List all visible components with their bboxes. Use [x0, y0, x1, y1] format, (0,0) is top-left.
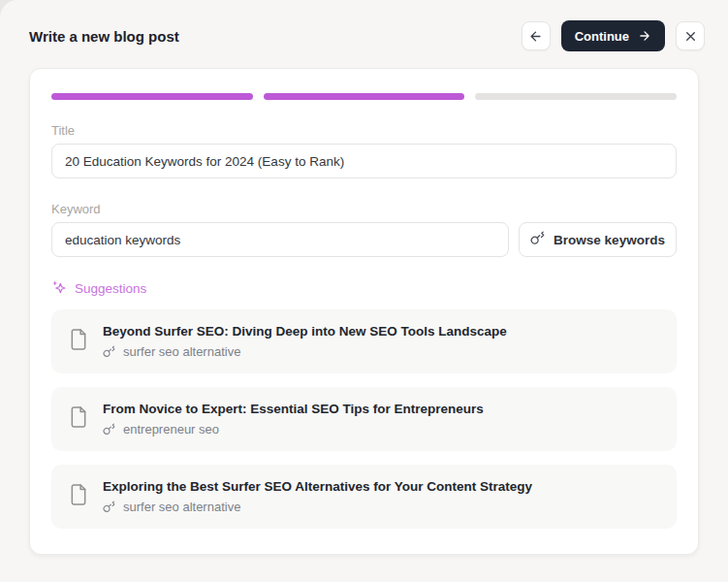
- header-actions: Continue: [522, 20, 705, 51]
- key-icon: [103, 423, 115, 436]
- key-icon: [530, 231, 545, 248]
- suggestion-item[interactable]: Exploring the Best Surfer SEO Alternativ…: [51, 465, 677, 529]
- progress-segment-2: [264, 93, 465, 100]
- title-label: Title: [51, 123, 677, 138]
- continue-button-label: Continue: [575, 29, 629, 44]
- suggestion-item[interactable]: Beyond Surfer SEO: Diving Deep into New …: [51, 309, 677, 373]
- suggestion-keyword: surfer seo alternative: [123, 344, 240, 359]
- suggestion-item[interactable]: From Novice to Expert: Essential SEO Tip…: [51, 387, 677, 451]
- close-icon: [683, 29, 698, 44]
- browse-keywords-button[interactable]: Browse keywords: [519, 222, 677, 257]
- progress-segment-3: [475, 93, 677, 100]
- page-background: Write a new blog post Continue Title Key…: [0, 0, 728, 582]
- suggestion-title: From Novice to Expert: Essential SEO Tip…: [103, 402, 484, 416]
- browse-keywords-label: Browse keywords: [554, 233, 665, 247]
- arrow-right-icon: [638, 29, 651, 43]
- suggestion-keyword: surfer seo alternative: [123, 500, 240, 514]
- blog-post-form-card: Title Keyword Browse keywords Suggestion…: [29, 68, 699, 555]
- keyword-label: Keyword: [51, 202, 677, 216]
- progress-segment-1: [51, 93, 253, 100]
- step-progress-bar: [51, 93, 677, 100]
- title-input[interactable]: [51, 144, 677, 178]
- suggestions-heading: Suggestions: [51, 280, 677, 296]
- file-icon: [69, 405, 88, 433]
- file-icon: [69, 328, 88, 355]
- continue-button[interactable]: Continue: [561, 20, 665, 51]
- back-button[interactable]: [522, 21, 551, 50]
- suggestion-keyword: entrepreneur seo: [123, 422, 219, 436]
- modal-header: Write a new blog post Continue: [0, 0, 728, 52]
- page-title: Write a new blog post: [29, 28, 179, 45]
- key-icon: [103, 501, 115, 513]
- key-icon: [103, 345, 115, 358]
- close-button[interactable]: [676, 21, 705, 50]
- arrow-left-icon: [528, 29, 543, 44]
- suggestions-heading-label: Suggestions: [75, 281, 146, 296]
- suggestion-title: Beyond Surfer SEO: Diving Deep into New …: [103, 324, 507, 339]
- sparkles-icon: [51, 280, 67, 296]
- keyword-input[interactable]: [51, 222, 509, 257]
- suggestion-title: Exploring the Best Surfer SEO Alternativ…: [103, 479, 532, 494]
- keyword-row: Browse keywords: [51, 222, 677, 257]
- file-icon: [69, 483, 88, 510]
